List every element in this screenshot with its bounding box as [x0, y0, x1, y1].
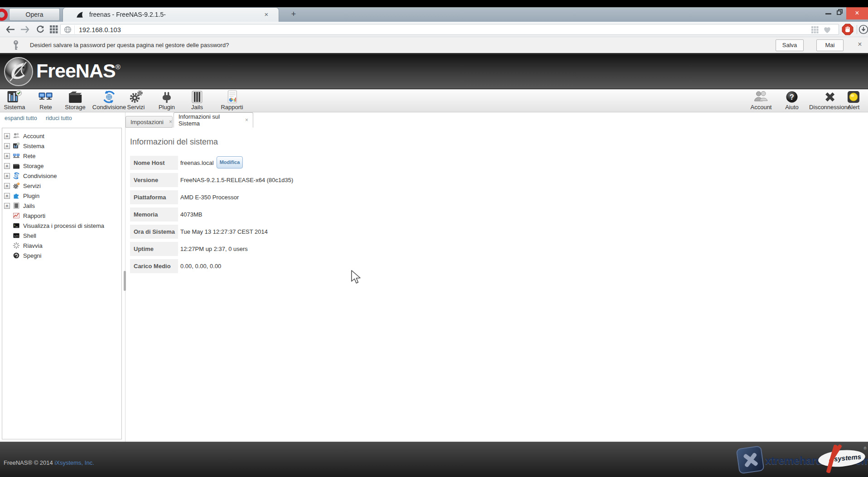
- tree-item-shell[interactable]: </> Shell: [2, 231, 121, 241]
- storage-folder-icon: [68, 90, 82, 104]
- plugin-puzzle-icon: [13, 192, 20, 199]
- new-tab-button[interactable]: +: [288, 9, 299, 20]
- row-label: Uptime: [130, 242, 178, 256]
- help-icon: ?: [785, 90, 799, 104]
- window-restore-icon[interactable]: [837, 9, 843, 15]
- edit-hostname-button[interactable]: Modifica: [217, 156, 243, 169]
- table-row: Ora di Sistema Tue May 13 12:27:37 CEST …: [130, 225, 447, 242]
- toolbar-item-storage[interactable]: Storage: [65, 90, 86, 111]
- toolbar-item-alert[interactable]: Alert: [847, 90, 860, 111]
- toolbar-item-condivisione[interactable]: Condivisione: [92, 90, 126, 111]
- ixsystems-link[interactable]: iXsystems, Inc.: [54, 459, 94, 466]
- opera-logo-icon[interactable]: [0, 9, 8, 21]
- reports-icon: [225, 90, 239, 104]
- tree-item-processi[interactable]: Visualizza i processi di sistema: [2, 221, 121, 231]
- registered-mark: ®: [116, 63, 120, 71]
- collapse-all-link[interactable]: riduci tutto: [46, 115, 72, 121]
- toolbar-item-aiuto[interactable]: ? Aiuto: [785, 90, 799, 111]
- processes-terminal-icon: [13, 222, 20, 229]
- row-value: freenas.local: [180, 156, 214, 170]
- expand-icon[interactable]: +: [4, 153, 10, 159]
- tree-item-servizi[interactable]: + Servizi: [2, 181, 121, 191]
- url-input[interactable]: 192.168.0.103: [60, 24, 839, 35]
- toolbar-item-rapporti[interactable]: Rapporti: [221, 90, 243, 111]
- url-text[interactable]: 192.168.0.103: [79, 26, 121, 34]
- expand-icon[interactable]: +: [4, 143, 10, 149]
- tab-close-icon[interactable]: ×: [262, 10, 270, 19]
- toolbar-item-servizi[interactable]: Servizi: [127, 90, 145, 111]
- svg-text:</>: </>: [14, 234, 19, 237]
- expand-icon[interactable]: +: [4, 183, 10, 189]
- window-minimize-icon[interactable]: [825, 13, 831, 14]
- adblock-stop-icon[interactable]: [842, 24, 854, 35]
- row-value: 12:27PM up 2:37, 0 users: [180, 242, 248, 256]
- table-row: Uptime 12:27PM up 2:37, 0 users: [130, 242, 447, 259]
- tree-item-rapporti[interactable]: Rapporti: [2, 211, 121, 221]
- window-close-button[interactable]: ×: [846, 7, 868, 19]
- row-value: FreeNAS-9.2.1.5-RELEASE-x64 (80c1d35): [180, 173, 293, 187]
- toolbar-item-disconnessione[interactable]: Disconnessione: [809, 90, 851, 111]
- toolbar-item-plugin[interactable]: Plugin: [159, 90, 175, 111]
- tree-item-rete[interactable]: + Rete: [2, 151, 121, 161]
- expand-icon[interactable]: +: [4, 203, 10, 209]
- forward-icon[interactable]: [20, 25, 30, 34]
- browser-tab[interactable]: freenas - FreeNAS-9.2.1.5- ×: [63, 7, 279, 22]
- tab-close-icon[interactable]: ×: [169, 119, 172, 125]
- toolbar-item-rete[interactable]: Rete: [39, 90, 53, 111]
- tab-close-icon[interactable]: ×: [245, 117, 248, 123]
- bookmark-grid-icon[interactable]: [811, 26, 819, 34]
- tree-indent: [4, 213, 10, 219]
- screen: Opera freenas - FreeNAS-9.2.1.5- × + × 1…: [0, 0, 868, 477]
- download-icon[interactable]: [858, 24, 868, 34]
- splitter-handle[interactable]: [124, 271, 126, 291]
- never-save-button[interactable]: Mai: [816, 39, 844, 51]
- table-row: Piattaforma AMD E-350 Processor: [130, 190, 447, 207]
- favorites-heart-icon[interactable]: [823, 26, 831, 34]
- system-icon: [7, 90, 22, 104]
- tree-item-condivisione[interactable]: + Condivisione: [2, 171, 121, 181]
- network-icon: [13, 152, 20, 159]
- browser-tabbar: Opera freenas - FreeNAS-9.2.1.5- × + ×: [0, 7, 868, 22]
- toolbar-item-jails[interactable]: Jails: [190, 90, 204, 111]
- expand-icon[interactable]: +: [4, 133, 10, 139]
- toolbar-label: Rapporti: [221, 104, 243, 111]
- password-infobar: Desideri salvare la password per questa …: [0, 37, 868, 54]
- table-row: Nome Host freenas.local Modifica: [130, 156, 447, 173]
- row-value: Tue May 13 12:27:37 CEST 2014: [180, 225, 268, 239]
- key-icon: [11, 40, 21, 51]
- account-users-icon: [754, 90, 768, 104]
- restart-spinner-icon: [13, 242, 20, 249]
- row-value: 4073MB: [180, 207, 202, 222]
- reload-icon[interactable]: [35, 25, 45, 34]
- toolbar-item-sistema[interactable]: Sistema: [4, 90, 25, 111]
- services-gears-icon: [129, 90, 143, 104]
- tree-item-account[interactable]: + Account: [2, 131, 121, 141]
- speed-dial-grid-icon[interactable]: [49, 25, 59, 34]
- tab-informazioni-sul-sistema[interactable]: Informazioni sul Sistema ×: [174, 112, 253, 128]
- toolbar-label: Account: [751, 104, 772, 111]
- tab-impostazioni[interactable]: Impostazioni ×: [125, 116, 173, 128]
- opera-menu-button[interactable]: Opera: [9, 8, 60, 21]
- tree-item-storage[interactable]: + Storage: [2, 161, 121, 171]
- system-icon: [13, 142, 20, 149]
- tree-item-riavvia[interactable]: Riavvia: [2, 241, 121, 251]
- infobar-close-icon[interactable]: ×: [855, 40, 864, 49]
- watermark-badge-text: systems: [834, 453, 861, 463]
- tree-item-plugin[interactable]: + Plugin: [2, 191, 121, 201]
- save-password-button[interactable]: Salva: [776, 39, 804, 51]
- toolbar-label: Servizi: [127, 104, 145, 111]
- tree-label: Account: [23, 133, 44, 140]
- network-icon: [39, 90, 53, 104]
- row-label: Ora di Sistema: [130, 225, 178, 239]
- toolbar-item-account[interactable]: Account: [751, 90, 772, 111]
- expand-icon[interactable]: +: [4, 193, 10, 199]
- tree-item-jails[interactable]: + Jails: [2, 201, 121, 211]
- back-icon[interactable]: [5, 25, 15, 34]
- tree-label: Plugin: [23, 193, 39, 199]
- sharing-sync-icon: [13, 172, 20, 179]
- expand-icon[interactable]: +: [4, 163, 10, 169]
- expand-all-link[interactable]: espandi tutto: [5, 115, 37, 121]
- tree-item-spegni[interactable]: Spegni: [2, 251, 121, 260]
- tree-item-sistema[interactable]: + Sistema: [2, 141, 121, 151]
- expand-icon[interactable]: +: [4, 173, 10, 179]
